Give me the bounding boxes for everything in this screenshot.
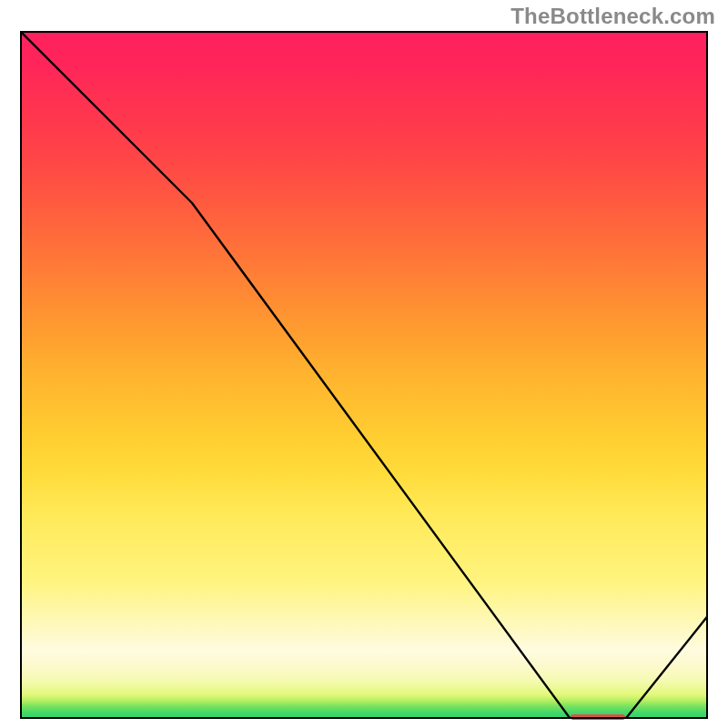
watermark-text: TheBottleneck.com (511, 4, 715, 29)
chart-area (20, 31, 708, 719)
chart-frame (20, 31, 708, 719)
